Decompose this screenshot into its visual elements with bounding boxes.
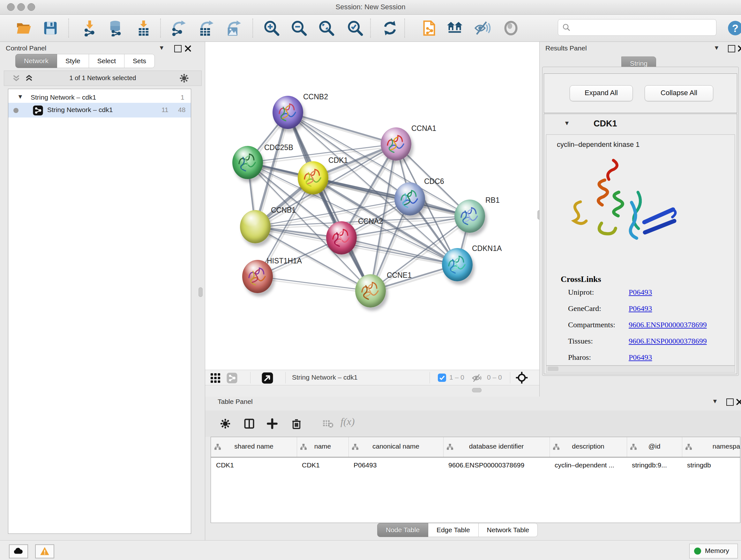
tab-style[interactable]: Style <box>57 54 89 68</box>
memory-status-dot <box>694 548 701 555</box>
close-panel-icon[interactable] <box>185 45 192 52</box>
table-cell[interactable]: CDK1 <box>297 457 348 475</box>
toolbar-separator <box>429 372 430 383</box>
table-cell[interactable]: stringdb <box>682 457 740 475</box>
network-node-CCNE1[interactable] <box>355 274 386 307</box>
import-table-icon[interactable] <box>135 20 152 37</box>
grid-view-icon[interactable] <box>210 372 221 384</box>
table-cell-value: CDK1 <box>216 461 234 469</box>
save-session-icon[interactable] <box>42 20 59 37</box>
import-network-icon[interactable] <box>81 20 98 37</box>
left-splitter-handle[interactable] <box>199 287 203 297</box>
export-image-icon[interactable] <box>225 20 242 37</box>
import-database-icon[interactable] <box>108 20 124 37</box>
table-cell[interactable]: 9606.ENSP00000378699 <box>443 457 549 475</box>
tab-network-table[interactable]: Network Table <box>479 523 538 537</box>
expand-all-button[interactable]: Expand All <box>569 85 633 101</box>
network-node-CCNA2[interactable] <box>326 221 357 254</box>
crosslink-link[interactable]: P06493 <box>629 288 652 297</box>
panel-splitter[interactable] <box>205 385 539 397</box>
crosslink-link[interactable]: 9606.ENSP00000378699 <box>629 320 707 329</box>
tab-sets[interactable]: Sets <box>125 54 155 68</box>
cloud-status-button[interactable] <box>9 544 28 558</box>
maximize-panel-icon[interactable] <box>726 398 734 406</box>
tab-node-table[interactable]: Node Table <box>377 523 428 537</box>
show-all-icon[interactable] <box>502 20 519 37</box>
column-header-namespace[interactable]: namespace <box>682 437 740 457</box>
fit-content-crosshair-icon[interactable] <box>515 371 528 384</box>
view-indicator-dot <box>13 108 18 113</box>
table-settings-gear-icon[interactable] <box>219 418 231 429</box>
open-session-icon[interactable] <box>16 20 32 37</box>
maximize-panel-icon[interactable] <box>728 45 735 52</box>
network-node-CDKN1A[interactable] <box>442 248 473 281</box>
close-panel-icon[interactable] <box>736 398 741 406</box>
network-node-CDK1[interactable] <box>298 161 328 194</box>
show-columns-icon[interactable] <box>244 418 255 429</box>
gene-entry-header[interactable]: ▼ CDK1 <box>544 114 737 134</box>
close-panel-icon[interactable] <box>738 45 741 52</box>
tab-select[interactable]: Select <box>89 54 125 68</box>
scrollbar-thumb[interactable] <box>548 367 558 371</box>
float-panel-icon[interactable]: ▼ <box>714 44 720 51</box>
memory-button[interactable]: Memory <box>689 544 738 558</box>
network-node-CDC25B[interactable] <box>232 146 263 179</box>
gear-icon[interactable] <box>179 73 189 83</box>
export-table-icon[interactable] <box>198 20 214 37</box>
export-network-icon[interactable] <box>170 20 186 37</box>
add-column-icon[interactable] <box>266 418 278 429</box>
tab-edge-table[interactable]: Edge Table <box>428 523 479 537</box>
crosslink-link[interactable]: 9606.ENSP00000378699 <box>629 337 707 346</box>
node-label-CCNE1: CCNE1 <box>387 271 412 280</box>
warning-status-button[interactable] <box>35 544 54 558</box>
hide-selected-icon[interactable] <box>474 20 490 37</box>
toolbar-separator <box>253 18 253 38</box>
table-cell[interactable]: CDK1 <box>211 457 297 475</box>
search-input[interactable] <box>574 21 712 34</box>
column-header-label: @id <box>627 442 682 450</box>
node-label-CCNB1: CCNB1 <box>271 206 296 214</box>
maximize-panel-icon[interactable] <box>174 45 182 52</box>
network-node-RB1[interactable] <box>455 199 485 233</box>
float-panel-icon[interactable]: ▼ <box>158 44 165 51</box>
crosslink-link[interactable]: P06493 <box>629 304 652 313</box>
column-header-database-identifier[interactable]: database identifier <box>443 437 550 457</box>
splitter-handle[interactable] <box>472 388 482 392</box>
home-icon[interactable] <box>447 20 463 37</box>
tree-expander-icon[interactable]: ▼ <box>17 93 23 100</box>
network-canvas[interactable]: CCNB2CCNA1CDC25BCDK1CDC6RB1CCNB1CCNA2CDK… <box>205 42 539 370</box>
open-file-network-icon[interactable] <box>421 20 438 37</box>
column-header-@id[interactable]: @id <box>627 437 682 457</box>
delete-column-icon[interactable] <box>291 418 302 429</box>
zoom-in-icon[interactable] <box>263 20 280 37</box>
collapse-entry-icon[interactable]: ▼ <box>564 120 570 127</box>
table-cell[interactable]: stringdb:9... <box>627 457 682 475</box>
toolbar-separator <box>510 372 510 383</box>
zoom-selected-icon[interactable] <box>347 20 363 37</box>
refresh-icon[interactable] <box>382 20 398 37</box>
table-cell[interactable]: cyclin–dependent ... <box>549 457 627 475</box>
network-node-CCNB2[interactable] <box>273 96 303 129</box>
protein-structure-thumbnail <box>442 248 473 281</box>
network-node-CCNA1[interactable] <box>381 127 411 161</box>
column-header-shared-name[interactable]: shared name <box>211 437 297 457</box>
column-header-name[interactable]: name <box>297 437 349 457</box>
tab-network[interactable]: Network <box>15 54 57 68</box>
results-hscrollbar[interactable] <box>546 366 735 373</box>
birds-eye-view-icon[interactable] <box>261 372 273 384</box>
network-node-CDC6[interactable] <box>394 182 425 215</box>
column-header-canonical-name[interactable]: canonical name <box>348 437 444 457</box>
zoom-out-icon[interactable] <box>291 20 307 37</box>
network-tree-item-row[interactable]: String Network – cdk1 11 48 <box>8 103 191 118</box>
network-node-CCNB1[interactable] <box>240 210 271 243</box>
crosslink-link[interactable]: P06493 <box>629 353 652 362</box>
collapse-all-button[interactable]: Collapse All <box>645 85 713 101</box>
network-view-icon[interactable] <box>226 372 238 384</box>
float-panel-icon[interactable]: ▼ <box>712 398 718 405</box>
table-cell[interactable]: P06493 <box>348 457 443 475</box>
zoom-fit-icon[interactable] <box>318 20 335 37</box>
crosslink-label: Tissues: <box>568 337 593 346</box>
selected-nodes-checkbox[interactable] <box>438 374 446 382</box>
column-header-description[interactable]: description <box>549 437 627 457</box>
help-icon[interactable]: ? <box>727 20 741 37</box>
